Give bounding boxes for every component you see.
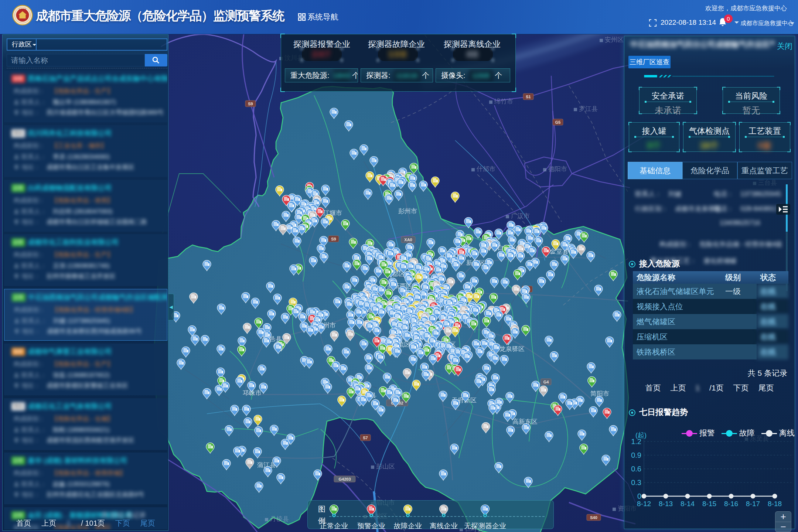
svg-text:彭山区: 彭山区 <box>376 463 395 470</box>
svg-text:S40: S40 <box>590 515 597 520</box>
svg-text:G4: G4 <box>543 380 549 384</box>
svg-text:安州区: 安州区 <box>605 36 624 43</box>
svg-text:8-17: 8-17 <box>746 500 760 508</box>
svg-text:应急管理: 应急管理 <box>19 8 26 11</box>
svg-text:S9: S9 <box>248 102 253 106</box>
svg-text:0.3: 0.3 <box>631 478 641 487</box>
svg-text:XA0: XA0 <box>404 238 412 242</box>
svg-text:丹棱县: 丹棱县 <box>270 515 289 522</box>
svg-text:0.9: 0.9 <box>631 451 641 459</box>
svg-text:S1: S1 <box>526 95 531 99</box>
svg-text:0.6: 0.6 <box>631 465 641 473</box>
svg-text:G4203: G4203 <box>338 477 351 481</box>
svg-text:8-14: 8-14 <box>681 500 695 508</box>
svg-text:龙泉驿区: 龙泉驿区 <box>499 345 525 352</box>
svg-text:绵竹市: 绵竹市 <box>494 98 513 105</box>
svg-text:8-15: 8-15 <box>702 500 716 508</box>
svg-text:彭州市: 彭州市 <box>398 208 417 215</box>
svg-text:广汉市: 广汉市 <box>511 212 530 219</box>
svg-text:8-16: 8-16 <box>724 500 738 508</box>
svg-text:S7: S7 <box>363 436 368 440</box>
svg-text:8-13: 8-13 <box>659 500 673 508</box>
svg-text:S9: S9 <box>331 237 336 241</box>
svg-text:什邡市: 什邡市 <box>476 166 495 173</box>
svg-text:德阳市: 德阳市 <box>548 166 567 173</box>
svg-text:G5: G5 <box>555 120 561 125</box>
svg-text:8-12: 8-12 <box>637 500 651 508</box>
svg-text:8-18: 8-18 <box>768 500 782 508</box>
svg-text:0: 0 <box>637 492 641 500</box>
svg-text:1.2: 1.2 <box>631 437 641 446</box>
svg-text:罗江县: 罗江县 <box>579 105 598 112</box>
